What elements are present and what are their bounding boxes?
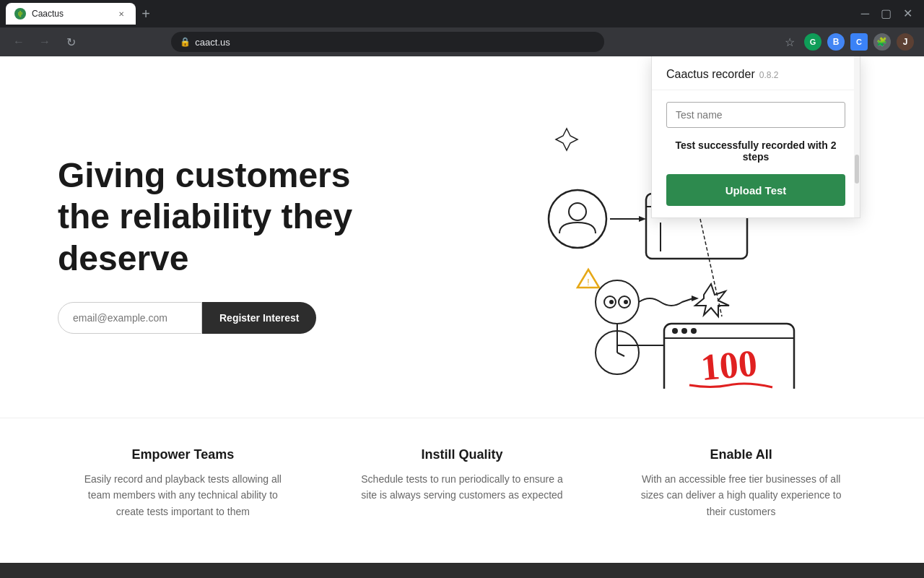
feature-desc-1: Schedule tests to run periodically to en… — [361, 471, 563, 504]
svg-line-17 — [617, 353, 624, 356]
bookmark-button[interactable]: ☆ — [780, 32, 800, 52]
feature-enable-all: Enable All With an accessible free tier … — [640, 447, 842, 519]
tab-close-button[interactable]: ✕ — [116, 8, 127, 20]
feature-instill-quality: Instill Quality Schedule tests to run pe… — [361, 447, 563, 519]
feature-title-1: Instill Quality — [361, 447, 563, 462]
popup-title-text: Caactus recorder — [666, 68, 755, 81]
upload-test-button[interactable]: Upload Test — [666, 174, 845, 206]
feature-title-2: Enable All — [640, 447, 842, 462]
close-button[interactable]: ✕ — [903, 8, 912, 20]
tab-title: Caactus — [32, 9, 110, 19]
extension-popup: Caactus recorder 0.8.2 Test successfully… — [651, 56, 860, 218]
address-input[interactable]: 🔒 caact.us — [171, 32, 604, 52]
toolbar-icons: ☆ G B C 🧩 J — [780, 32, 915, 52]
svg-point-1 — [569, 203, 586, 220]
caactus-ext-icon: C — [850, 33, 868, 51]
tab-favicon: 🌵 — [14, 8, 26, 20]
address-bar: ← → ↻ 🔒 caact.us ☆ G B C 🧩 J — [0, 27, 924, 56]
lock-icon: 🔒 — [180, 37, 191, 47]
profile-avatar: B — [827, 33, 845, 51]
site-footer — [0, 563, 924, 578]
profile-button[interactable]: B — [826, 32, 846, 52]
caactus-extension-button[interactable]: C — [849, 32, 869, 52]
feature-title-0: Empower Teams — [82, 447, 284, 462]
features-section: Empower Teams Easily record and playback… — [0, 418, 924, 563]
new-tab-button[interactable]: + — [136, 4, 156, 24]
svg-point-13 — [624, 300, 628, 304]
active-tab[interactable]: 🌵 Caactus ✕ — [6, 3, 136, 25]
chrome-menu-button[interactable]: J — [895, 32, 915, 52]
minimize-button[interactable]: ─ — [861, 8, 869, 20]
svg-point-0 — [549, 190, 606, 248]
register-button[interactable]: Register Interest — [202, 302, 316, 334]
svg-point-22 — [691, 328, 697, 334]
svg-text:100: 100 — [699, 342, 759, 389]
feature-desc-2: With an accessible free tier businesses … — [640, 471, 842, 519]
page-content: Giving customers the reliability they de… — [0, 56, 924, 578]
back-button[interactable]: ← — [9, 32, 29, 52]
svg-marker-14 — [692, 296, 699, 301]
popup-header: Caactus recorder 0.8.2 — [652, 56, 860, 90]
svg-point-21 — [681, 328, 687, 334]
test-name-input[interactable] — [666, 102, 845, 128]
feature-desc-0: Easily record and playback tests allowin… — [82, 471, 284, 519]
tab-bar: 🌵 Caactus ✕ + ─ ▢ ✕ — [0, 0, 924, 27]
popup-title: Caactus recorder 0.8.2 — [666, 68, 845, 81]
email-input[interactable] — [58, 302, 202, 334]
popup-body: Test successfully recorded with 2 steps … — [652, 90, 860, 217]
puzzle-icon: 🧩 — [873, 33, 891, 51]
gemini-extension-icon[interactable]: G — [803, 32, 823, 52]
svg-marker-2 — [639, 216, 646, 222]
scrollbar-thumb — [855, 155, 859, 184]
svg-point-12 — [609, 300, 614, 304]
svg-point-9 — [596, 280, 639, 324]
hero-cta: Register Interest — [58, 302, 462, 334]
extensions-button[interactable]: 🧩 — [872, 32, 892, 52]
gemini-icon: G — [804, 33, 821, 51]
popup-scrollbar[interactable] — [854, 56, 860, 217]
svg-text:!: ! — [587, 277, 589, 288]
hero-title: Giving customers the reliability they de… — [58, 155, 375, 280]
reload-button[interactable]: ↻ — [61, 32, 81, 52]
restore-button[interactable]: ▢ — [881, 8, 892, 20]
hero-left: Giving customers the reliability they de… — [58, 155, 462, 335]
success-message: Test successfully recorded with 2 steps — [666, 139, 845, 163]
feature-empower-teams: Empower Teams Easily record and playback… — [82, 447, 284, 519]
svg-point-20 — [672, 328, 678, 334]
url-text: caact.us — [195, 37, 230, 48]
forward-button[interactable]: → — [35, 32, 55, 52]
window-controls: ─ ▢ ✕ — [861, 8, 918, 20]
popup-version: 0.8.2 — [759, 70, 779, 80]
user-profile-icon: J — [897, 33, 914, 51]
